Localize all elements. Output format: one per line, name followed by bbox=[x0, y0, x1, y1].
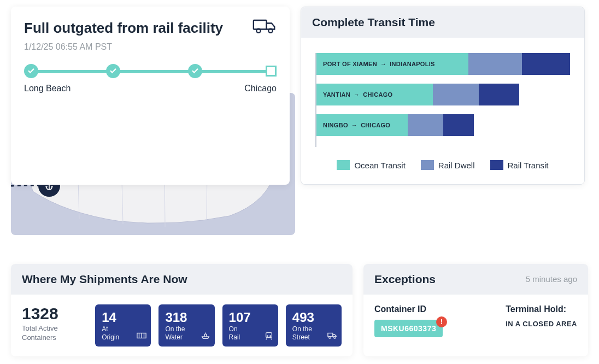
svg-rect-9 bbox=[266, 333, 272, 338]
transit-time-panel: Complete Transit Time PORT OF XIAMEN→IND… bbox=[301, 7, 585, 185]
checkpoint-icon bbox=[24, 64, 38, 78]
endpoint-marker bbox=[266, 66, 277, 77]
shipments-title: Where My Shipments Are Now bbox=[22, 273, 187, 286]
transit-chart: PORT OF XIAMEN→INDIANAPOLIS YANTIAN→CHIC… bbox=[315, 53, 570, 147]
transit-bar-row: NINGBO→CHICAGO bbox=[316, 114, 570, 136]
shipments-panel: Where My Shipments Are Now 1328 Total Ac… bbox=[11, 264, 353, 356]
chart-legend: Ocean Transit Rail Dwell Rail Transit bbox=[315, 160, 570, 177]
exceptions-title: Exceptions bbox=[374, 273, 436, 286]
shipment-status-card: Full outgated from rail facility 1/12/25… bbox=[11, 7, 290, 185]
svg-rect-12 bbox=[328, 333, 333, 337]
svg-point-2 bbox=[268, 29, 272, 33]
stat-at-origin[interactable]: 14 AtOrigin bbox=[95, 304, 151, 347]
stat-on-street[interactable]: 493 On theStreet bbox=[286, 304, 342, 347]
origin-city: Long Beach bbox=[24, 84, 71, 93]
transit-bar-row: YANTIAN→CHICAGO bbox=[316, 84, 570, 105]
transit-title: Complete Transit Time bbox=[312, 16, 435, 29]
svg-point-10 bbox=[267, 336, 268, 337]
truck-icon bbox=[327, 331, 337, 342]
stat-on-rail[interactable]: 107 OnRail bbox=[222, 304, 278, 347]
terminal-hold-value: IN A CLOSED AREA bbox=[506, 320, 577, 328]
checkpoint-icon bbox=[106, 64, 120, 78]
svg-point-1 bbox=[256, 29, 260, 33]
destination-city: Chicago bbox=[244, 84, 277, 93]
checkpoint-icon bbox=[188, 64, 202, 78]
ship-icon bbox=[201, 331, 210, 342]
status-timestamp: 1/12/25 06:55 AM PST bbox=[24, 42, 277, 52]
alert-icon: ! bbox=[436, 316, 447, 327]
container-id-badge[interactable]: MSKU6603373 ! bbox=[374, 320, 443, 337]
svg-rect-0 bbox=[254, 20, 267, 30]
transit-bar-row: PORT OF XIAMEN→INDIANAPOLIS bbox=[316, 53, 570, 75]
status-title: Full outgated from rail facility bbox=[24, 20, 223, 37]
truck-icon bbox=[252, 17, 277, 39]
exceptions-panel: Exceptions 5 minutes ago Container ID MS… bbox=[363, 264, 588, 356]
total-containers: 1328 Total Active Containers bbox=[22, 304, 87, 347]
svg-point-13 bbox=[329, 337, 331, 339]
progress-bar bbox=[24, 64, 277, 78]
exceptions-time: 5 minutes ago bbox=[526, 274, 577, 284]
svg-point-11 bbox=[270, 336, 271, 337]
container-icon bbox=[137, 331, 146, 342]
stat-on-water[interactable]: 318 On theWater bbox=[158, 304, 214, 347]
terminal-hold-label: Terminal Hold: bbox=[506, 304, 577, 314]
svg-point-14 bbox=[334, 337, 336, 339]
train-icon bbox=[264, 331, 274, 342]
container-id-label: Container ID bbox=[374, 304, 496, 314]
